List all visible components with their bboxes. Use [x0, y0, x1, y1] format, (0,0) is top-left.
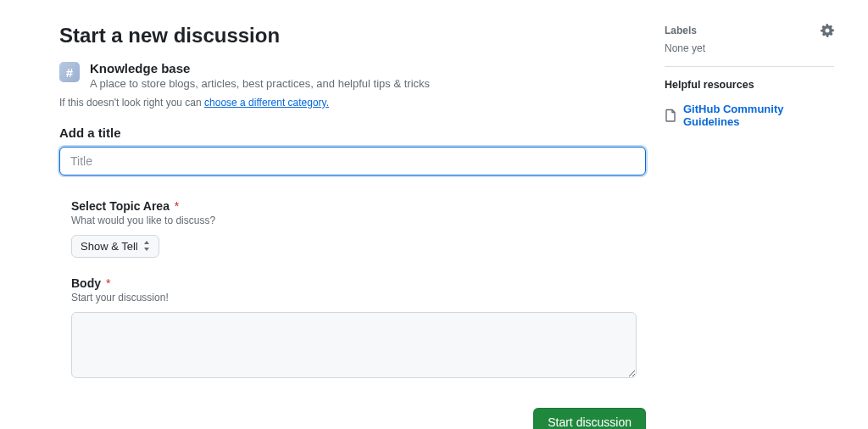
gear-icon[interactable]: [821, 24, 834, 37]
body-label: Body: [71, 276, 101, 290]
category-description: A place to store blogs, articles, best p…: [90, 77, 430, 90]
change-category-link[interactable]: choose a different category.: [204, 97, 329, 109]
change-category-hint: If this doesn't look right you can choos…: [59, 97, 646, 109]
category-name: Knowledge base: [90, 61, 430, 75]
start-discussion-button[interactable]: Start discussion: [533, 408, 646, 429]
resource-link-label: GitHub Community Guidelines: [683, 103, 834, 128]
topic-required-mark: *: [175, 199, 179, 213]
resources-section: Helpful resources GitHub Community Guide…: [665, 79, 834, 128]
body-textarea[interactable]: [71, 312, 637, 378]
select-caret-icon: [143, 241, 150, 253]
labels-empty: None yet: [665, 42, 834, 67]
title-label: Add a title: [59, 125, 646, 140]
change-hint-prefix: If this doesn't look right you can: [59, 97, 204, 109]
topic-selected-value: Show & Tell: [81, 240, 138, 253]
body-help: Start your discussion!: [71, 292, 646, 304]
title-input[interactable]: [59, 147, 646, 176]
resources-heading: Helpful resources: [665, 79, 754, 91]
labels-heading: Labels: [665, 25, 697, 36]
topic-label: Select Topic Area: [71, 199, 170, 213]
labels-section: Labels None yet: [665, 24, 834, 67]
topic-select[interactable]: Show & Tell: [71, 235, 159, 258]
topic-help: What would you like to discuss?: [71, 214, 646, 226]
page-title: Start a new discussion: [59, 24, 646, 47]
hash-icon: #: [59, 62, 80, 82]
category-row: # Knowledge base A place to store blogs,…: [59, 61, 646, 90]
body-required-mark: *: [106, 276, 110, 290]
resource-link[interactable]: GitHub Community Guidelines: [665, 103, 834, 128]
file-icon: [665, 109, 676, 122]
